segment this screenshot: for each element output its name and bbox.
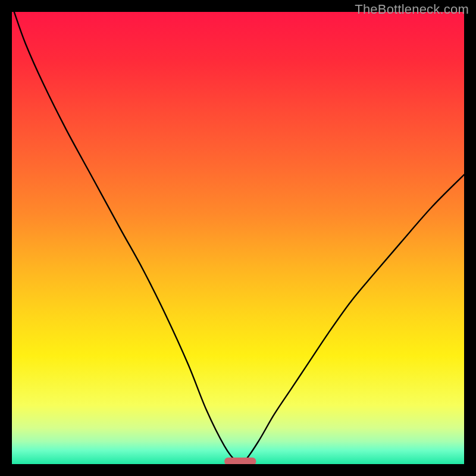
- plot-area: [12, 12, 464, 464]
- attribution-watermark: TheBottleneck.com: [355, 2, 469, 17]
- chart-svg: [12, 12, 464, 464]
- chart-frame: TheBottleneck.com: [0, 0, 476, 476]
- bottleneck-min-marker: [224, 458, 256, 464]
- chart-background: [12, 12, 464, 464]
